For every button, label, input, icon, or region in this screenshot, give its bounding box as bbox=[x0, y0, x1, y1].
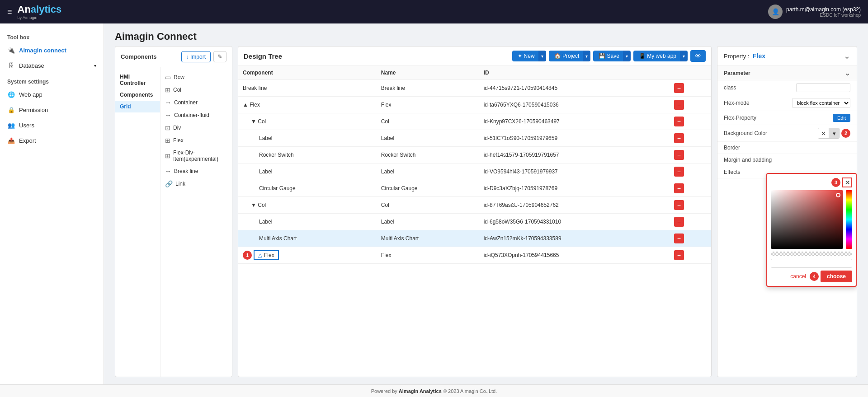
table-row[interactable]: Break line Break line id-44715s9721-1705… bbox=[238, 80, 711, 97]
comp-item-col[interactable]: ⊞ Col bbox=[160, 84, 232, 96]
remove-button[interactable]: − bbox=[674, 217, 684, 227]
property-flex-label: Flex bbox=[753, 52, 765, 60]
remove-button[interactable]: − bbox=[674, 117, 684, 126]
sidebar-item-permission[interactable]: 🔒 Permission bbox=[0, 102, 104, 117]
save-dropdown-button[interactable]: ▾ bbox=[623, 51, 631, 61]
color-cancel-button[interactable]: cancel bbox=[790, 273, 806, 280]
comp-flex-label: Flex bbox=[173, 137, 184, 144]
flex2-cell[interactable]: △ Flex bbox=[254, 250, 279, 260]
row-id-multi-axis-chart: id-AwZn152mKk-170594333589 bbox=[479, 230, 670, 247]
table-row[interactable]: Label Label id-VO9594hl43-170591979937 − bbox=[238, 163, 711, 180]
comp-item-container-fluid[interactable]: ↔ Container-fluid bbox=[160, 109, 232, 121]
edit-icon-button[interactable]: ✎ bbox=[213, 51, 226, 62]
toolbox-title: Tool box bbox=[0, 31, 104, 42]
category-hmi-controller[interactable]: HMI Controller bbox=[115, 71, 160, 89]
color-cursor bbox=[836, 193, 840, 197]
row-id-label1: id-51lC71oS90-170591979659 bbox=[479, 130, 670, 147]
table-row[interactable]: ▼ Col Col id-Knyp97CX26-170590463497 − bbox=[238, 113, 711, 130]
property-header: Property : Flex ⌄ bbox=[717, 47, 857, 66]
table-row[interactable]: 1 △ Flex Flex id-iQ573XOpnh-170594415665 bbox=[238, 247, 711, 264]
table-row[interactable]: Circular Gauge Circular Gauge id-D9c3aXZ… bbox=[238, 180, 711, 197]
content-area: Aimagin Connect Components ↓ Import ✎ HM… bbox=[104, 23, 868, 384]
category-components[interactable]: Components bbox=[115, 89, 160, 101]
project-btn-group: 🏠 Project ▾ bbox=[549, 51, 591, 61]
webapp-button[interactable]: 📱 My web app bbox=[633, 51, 682, 61]
remove-button[interactable]: − bbox=[674, 200, 684, 210]
new-button[interactable]: ✦ New bbox=[512, 51, 540, 61]
table-row[interactable]: Label Label id-6g58oW35G6-170594331010 − bbox=[238, 214, 711, 230]
comp-break-line-label: Break line bbox=[174, 168, 198, 174]
comp-item-container[interactable]: ↔ Container bbox=[160, 96, 232, 109]
div-icon: ⊡ bbox=[165, 124, 170, 131]
property-title-text: Property : bbox=[724, 53, 749, 60]
comp-item-break-line[interactable]: ↔ Break line bbox=[160, 165, 232, 177]
menu-icon[interactable]: ≡ bbox=[7, 7, 12, 17]
user-workshop: ESDC IoT workshop bbox=[786, 13, 861, 18]
color-dropdown-button[interactable]: ▾ bbox=[829, 128, 839, 138]
new-dropdown-button[interactable]: ▾ bbox=[538, 51, 546, 61]
table-row[interactable]: ▼ Col Col id-87T69asi3J-1705904652762 − bbox=[238, 197, 711, 214]
sidebar-item-database[interactable]: 🗄 Database ▾ bbox=[0, 58, 104, 73]
table-row[interactable]: Multi Axis Chart Multi Axis Chart id-AwZ… bbox=[238, 230, 711, 247]
property-row-class: class bbox=[717, 80, 857, 95]
main-layout: Tool box 🔌 Aimagin connect 🗄 Database ▾ … bbox=[0, 23, 868, 384]
table-row[interactable]: ▲ Flex Flex id-ta6765YXQ6-170590415036 − bbox=[238, 97, 711, 113]
remove-button[interactable]: − bbox=[674, 183, 684, 193]
property-row-border: Border bbox=[717, 142, 857, 154]
class-input[interactable] bbox=[796, 83, 850, 92]
comp-item-flex[interactable]: ⊞ Flex bbox=[160, 134, 232, 147]
comp-item-row[interactable]: ▭ Row bbox=[160, 71, 232, 84]
flex-property-edit-button[interactable]: Edit bbox=[833, 114, 850, 122]
color-picker-actions: cancel 4 choose bbox=[771, 271, 852, 282]
border-label: Border bbox=[724, 145, 850, 151]
step1-badge: 1 bbox=[243, 251, 252, 260]
remove-button[interactable]: − bbox=[674, 100, 684, 110]
remove-button[interactable]: − bbox=[674, 167, 684, 177]
components-list: ▭ Row ⊞ Col ↔ Container ↔ bbox=[160, 67, 232, 377]
remove-button[interactable]: − bbox=[674, 250, 684, 260]
parameter-chevron-icon[interactable]: ⌄ bbox=[844, 69, 850, 77]
alpha-bar[interactable] bbox=[771, 252, 852, 256]
color-gradient-canvas[interactable] bbox=[771, 190, 843, 249]
hue-bar[interactable] bbox=[846, 190, 852, 249]
comp-container-fluid-label: Container-fluid bbox=[174, 112, 209, 118]
color-x-icon[interactable]: ✕ bbox=[818, 128, 829, 138]
category-grid[interactable]: Grid bbox=[115, 101, 160, 112]
table-row[interactable]: Rocker Switch Rocker Switch id-hef14s157… bbox=[238, 147, 711, 163]
sidebar-item-webapp[interactable]: 🌐 Web app bbox=[0, 87, 104, 102]
design-tree-panel: Design Tree ✦ New ▾ 🏠 Project ▾ 💾 Save bbox=[238, 46, 712, 377]
preview-button[interactable]: 👁 bbox=[690, 50, 706, 62]
color-picker-close-button[interactable]: ✕ bbox=[842, 177, 852, 187]
remove-button[interactable]: − bbox=[674, 133, 684, 143]
comp-item-link[interactable]: 🔗 Link bbox=[160, 177, 232, 190]
footer-brand: Aimagin Analytics bbox=[399, 388, 442, 394]
sidebar-item-aimagin-connect[interactable]: 🔌 Aimagin connect bbox=[0, 42, 104, 58]
sidebar-item-users[interactable]: 👥 Users bbox=[0, 117, 104, 133]
comp-item-div[interactable]: ⊡ Div bbox=[160, 121, 232, 134]
comp-link-label: Link bbox=[175, 181, 185, 187]
collapse-icon[interactable]: ⌄ bbox=[844, 51, 850, 61]
row-name-label1: Label bbox=[377, 130, 479, 147]
project-dropdown-button[interactable]: ▾ bbox=[583, 51, 590, 61]
flex-mode-label: Flex-mode bbox=[724, 100, 788, 106]
project-button[interactable]: 🏠 Project bbox=[549, 51, 585, 61]
table-row[interactable]: Label Label id-51lC71oS90-170591979659 − bbox=[238, 130, 711, 147]
import-button[interactable]: ↓ Import bbox=[181, 51, 211, 62]
remove-button[interactable]: − bbox=[674, 83, 684, 93]
webapp-dropdown-button[interactable]: ▾ bbox=[680, 51, 688, 61]
row-component-label1: Label bbox=[238, 130, 377, 147]
comp-container-label: Container bbox=[174, 99, 198, 106]
color-choose-button[interactable]: choose bbox=[821, 271, 852, 282]
sidebar-item-export[interactable]: 📤 Export bbox=[0, 133, 104, 148]
color-hex-input[interactable] bbox=[771, 259, 852, 268]
footer-powered-by: Powered by bbox=[371, 388, 399, 394]
topbar-left: ≡ Analytics by Aimagin bbox=[7, 4, 61, 20]
comp-item-flex-div-item[interactable]: ⊞ Flex-Div-Item(experimental) bbox=[160, 147, 232, 165]
save-button[interactable]: 💾 Save bbox=[593, 51, 625, 61]
user-email: parth.m@aimagin.com (esp32) bbox=[786, 6, 861, 13]
remove-button[interactable]: − bbox=[674, 234, 684, 243]
col-header-actions bbox=[670, 66, 711, 80]
color-swatch-group: ✕ ▾ bbox=[818, 128, 840, 139]
flex-mode-select[interactable]: block flex container inline flex contain… bbox=[792, 98, 850, 108]
remove-button[interactable]: − bbox=[674, 150, 684, 160]
